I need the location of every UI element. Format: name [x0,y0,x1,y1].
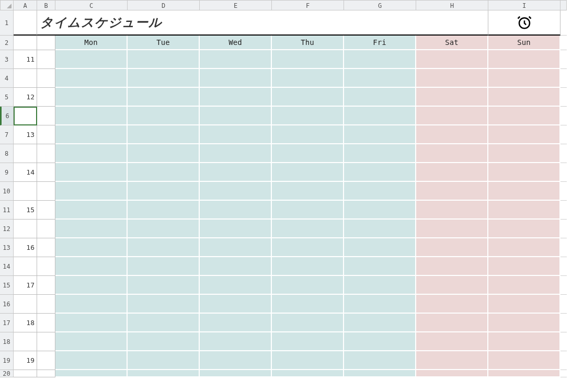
cell-G15[interactable] [344,276,416,295]
cell-D7[interactable] [128,125,200,144]
row-header-8[interactable]: 8 [0,144,14,163]
cell-I8[interactable] [488,144,560,163]
cell-E11[interactable] [200,201,272,220]
cell-B20[interactable] [37,370,55,377]
cell-E5[interactable] [200,88,272,107]
cell-G6[interactable] [344,107,416,125]
cell-I13[interactable] [488,238,560,257]
row-header-13[interactable]: 13 [0,238,14,257]
cell-I2[interactable]: Sun [488,36,560,50]
cell-H3[interactable] [416,50,488,69]
cell-I12[interactable] [488,220,560,238]
cell-G18[interactable] [344,332,416,351]
cell-I5[interactable] [488,88,560,107]
cell-G20[interactable] [344,370,416,377]
cell-A18[interactable] [14,332,37,351]
cell-E19[interactable] [200,351,272,370]
cell-B8[interactable] [37,144,55,163]
cell-H20[interactable] [416,370,488,377]
cell-D16[interactable] [128,295,200,314]
cell-C5[interactable] [55,88,128,107]
cell-C8[interactable] [55,144,128,163]
cell-E4[interactable] [200,69,272,88]
cell-F2[interactable]: Thu [272,36,344,50]
cell-F17[interactable] [272,314,344,332]
cell-B3[interactable] [37,50,55,69]
cell-C15[interactable] [55,276,128,295]
cell-I17[interactable] [488,314,560,332]
cell-D20[interactable] [128,370,200,377]
cell-F6[interactable] [272,107,344,125]
cell-D8[interactable] [128,144,200,163]
cell-B15[interactable] [37,276,55,295]
cell-D2[interactable]: Tue [128,36,200,50]
cell-C19[interactable] [55,351,128,370]
cell-A8[interactable] [14,144,37,163]
cell-B5[interactable] [37,88,55,107]
cell-D13[interactable] [128,238,200,257]
cell-E12[interactable] [200,220,272,238]
cell-F3[interactable] [272,50,344,69]
cell-E18[interactable] [200,332,272,351]
cell-H7[interactable] [416,125,488,144]
cell-A19[interactable]: 19 [14,351,37,370]
cell-E10[interactable] [200,182,272,201]
title-cell[interactable]: タイムスケジュール [37,10,488,36]
cell-F10[interactable] [272,182,344,201]
cell-D14[interactable] [128,257,200,276]
cell-A11[interactable]: 15 [14,201,37,220]
cell-D12[interactable] [128,220,200,238]
cell-A4[interactable] [14,69,37,88]
cell-D3[interactable] [128,50,200,69]
cell-E2[interactable]: Wed [200,36,272,50]
cell-A16[interactable] [14,295,37,314]
cell-B2[interactable] [37,36,55,50]
row-header-7[interactable]: 7 [0,125,14,144]
cell-C4[interactable] [55,69,128,88]
row-header-11[interactable]: 11 [0,201,14,220]
cell-A10[interactable] [14,182,37,201]
row-header-12[interactable]: 12 [0,220,14,238]
cell-G16[interactable] [344,295,416,314]
cell-A14[interactable] [14,257,37,276]
cell-H13[interactable] [416,238,488,257]
cell-E20[interactable] [200,370,272,377]
cell-A7[interactable]: 13 [14,125,37,144]
cell-C16[interactable] [55,295,128,314]
cell-A12[interactable] [14,220,37,238]
cell-D18[interactable] [128,332,200,351]
cell-I6[interactable] [488,107,560,125]
cell-G13[interactable] [344,238,416,257]
row-header-17[interactable]: 17 [0,314,14,332]
cell-H19[interactable] [416,351,488,370]
column-header-next[interactable] [560,0,567,10]
cell-C10[interactable] [55,182,128,201]
cell-B13[interactable] [37,238,55,257]
cell-C11[interactable] [55,201,128,220]
cell-I16[interactable] [488,295,560,314]
cell-B12[interactable] [37,220,55,238]
cell-A15[interactable]: 17 [14,276,37,295]
cell-B6[interactable] [37,107,55,125]
cell-I10[interactable] [488,182,560,201]
cell-H6[interactable] [416,107,488,125]
cell-E6[interactable] [200,107,272,125]
cell-C18[interactable] [55,332,128,351]
cell-D11[interactable] [128,201,200,220]
cell-C9[interactable] [55,163,128,182]
cell-H5[interactable] [416,88,488,107]
row-header-18[interactable]: 18 [0,332,14,351]
cell-H16[interactable] [416,295,488,314]
cell-E3[interactable] [200,50,272,69]
column-header-G[interactable]: G [344,0,416,10]
cell-C20[interactable] [55,370,128,377]
cell-D17[interactable] [128,314,200,332]
cell-G2[interactable]: Fri [344,36,416,50]
cell-F19[interactable] [272,351,344,370]
cell-H10[interactable] [416,182,488,201]
cell-C7[interactable] [55,125,128,144]
cell-A6[interactable] [14,107,37,125]
cell-F5[interactable] [272,88,344,107]
cell-B16[interactable] [37,295,55,314]
cell-F9[interactable] [272,163,344,182]
